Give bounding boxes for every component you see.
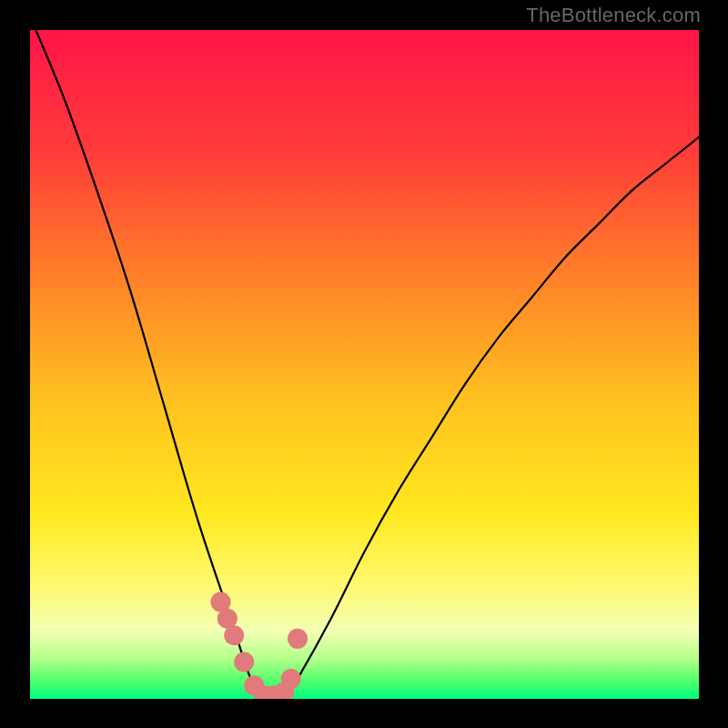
marker-point [224,625,244,645]
attribution-label: TheBottleneck.com [526,4,701,27]
chart-canvas [30,30,699,699]
marker-point [288,629,308,649]
marker-point [234,652,254,672]
marker-point [281,669,301,689]
outer-frame: TheBottleneck.com [0,0,728,728]
plot-area [30,30,699,699]
chart-background [30,30,699,699]
